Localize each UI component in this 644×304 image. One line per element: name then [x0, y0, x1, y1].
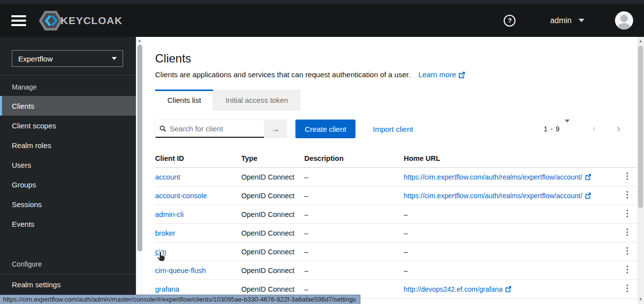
keycloak-logo: KEYCLOAK — [38, 9, 123, 32]
home-url-link[interactable]: https://cim.expertflow.com/auth/realms/e… — [404, 192, 591, 200]
table-row: admin-cli OpenID Connect – – — [155, 205, 637, 224]
import-client-link[interactable]: Import client — [373, 125, 413, 133]
user-name: admin — [550, 16, 572, 25]
realm-selector[interactable]: Expertflow — [12, 50, 123, 67]
column-header-client-id: Client ID — [155, 154, 241, 162]
client-link-broker[interactable]: broker — [155, 229, 175, 237]
avatar[interactable] — [615, 11, 633, 30]
table-row: cim-queue-flush OpenID Connect – – — [155, 261, 637, 280]
kebab-menu-button[interactable] — [625, 266, 629, 275]
home-url-text: http://devops242.ef.com/grafana — [404, 285, 503, 293]
kebab-icon — [626, 191, 628, 199]
client-link-admin-cli[interactable]: admin-cli — [155, 211, 184, 218]
home-url-text: – — [404, 248, 616, 256]
brand-text: KEYCLOAK — [61, 15, 123, 27]
pagination-range: 1 - 9 — [544, 125, 560, 133]
client-link-cim[interactable]: cim — [155, 248, 166, 256]
client-type: OpenID Connect — [241, 211, 304, 218]
help-icon[interactable]: ? — [504, 15, 515, 27]
scroll-down-icon[interactable]: ▼ — [637, 297, 644, 303]
home-url-link[interactable]: https://cim.expertflow.com/auth/realms/e… — [404, 173, 591, 181]
search-submit-button[interactable]: → — [264, 120, 287, 138]
kebab-icon — [626, 284, 628, 292]
scroll-up-icon[interactable]: ▲ — [136, 38, 143, 44]
home-url-text: – — [404, 267, 616, 274]
section-label-configure: Configure — [0, 252, 136, 273]
column-header-home-url: Home URL — [404, 154, 616, 162]
client-type: OpenID Connect — [241, 267, 304, 274]
learn-more-label: Learn more — [419, 70, 456, 79]
home-url-text: https://cim.expertflow.com/auth/realms/e… — [404, 173, 582, 181]
table-header-row: Client ID Type Description Home URL — [155, 149, 637, 168]
kebab-menu-button[interactable] — [625, 247, 629, 256]
kebab-icon — [626, 210, 628, 217]
main-content: Clients Clients are applications and ser… — [143, 37, 637, 304]
client-description: – — [304, 173, 404, 181]
pagination-options-toggle[interactable] — [560, 124, 570, 134]
scrollbar-thumb[interactable] — [137, 45, 142, 251]
sidebar-item-realm-roles[interactable]: Realm roles — [0, 135, 136, 155]
kebab-icon — [626, 228, 628, 236]
home-url-link[interactable]: http://devops242.ef.com/grafana — [404, 285, 512, 293]
clients-table: Client ID Type Description Home URL acco… — [143, 149, 637, 299]
user-menu[interactable]: admin — [550, 16, 584, 25]
external-link-icon — [585, 174, 591, 180]
sidebar-item-client-scopes[interactable]: Client scopes — [0, 116, 136, 135]
kebab-menu-button[interactable] — [625, 284, 629, 294]
home-url-text: – — [404, 229, 616, 237]
kebab-menu-button[interactable] — [625, 228, 629, 238]
masthead: KEYCLOAK ? admin — [0, 0, 644, 37]
tab-clients-list[interactable]: Clients list — [155, 90, 213, 111]
client-description: – — [304, 229, 404, 237]
external-link-icon — [505, 286, 512, 292]
home-url-text: https://cim.expertflow.com/auth/realms/e… — [404, 192, 582, 200]
table-row: cim OpenID Connect – – — [155, 243, 637, 261]
kebab-menu-button[interactable] — [625, 172, 629, 182]
hamburger-menu-icon[interactable] — [11, 15, 26, 26]
sidebar-item-users[interactable]: Users — [0, 155, 136, 175]
previous-page-button[interactable]: ‹ — [592, 124, 596, 134]
column-header-description: Description — [304, 154, 404, 162]
sidebar-item-groups[interactable]: Groups — [0, 175, 136, 194]
tab-initial-access-token[interactable]: Initial access token — [213, 90, 300, 111]
sidebar-item-realm-settings[interactable]: Realm settings — [0, 274, 136, 294]
kebab-menu-button[interactable] — [625, 191, 629, 200]
pagination: 1 - 9 ‹ › — [544, 124, 627, 134]
chevron-down-icon — [565, 120, 570, 135]
client-description: – — [304, 192, 404, 200]
external-link-icon — [458, 71, 465, 78]
client-description: – — [304, 248, 404, 256]
client-link-account[interactable]: account — [155, 173, 180, 181]
table-row: account OpenID Connect – https://cim.exp… — [155, 168, 637, 186]
client-link-cim-queue-flush[interactable]: cim-queue-flush — [155, 267, 206, 274]
scroll-up-icon[interactable]: ▲ — [637, 38, 644, 44]
external-link-icon — [585, 192, 591, 199]
kebab-icon — [626, 172, 628, 180]
client-type: OpenID Connect — [241, 192, 304, 200]
sidebar-scrollbar[interactable]: ▲ — [136, 37, 143, 304]
browser-status-bar: https://cim.expertflow.com/auth/admin/ma… — [0, 295, 360, 304]
main-scrollbar[interactable]: ▲ ▼ — [637, 37, 644, 304]
client-link-grafana[interactable]: grafana — [155, 285, 179, 293]
client-link-account-console[interactable]: account-console — [155, 192, 207, 200]
table-row: account-console OpenID Connect – https:/… — [155, 186, 637, 205]
client-description: – — [304, 211, 404, 218]
sidebar-item-events[interactable]: Events — [0, 214, 136, 234]
scrollbar-thumb[interactable] — [638, 46, 643, 208]
kebab-menu-button[interactable] — [625, 210, 629, 219]
client-description: – — [304, 267, 404, 274]
realm-name: Expertflow — [18, 55, 53, 63]
search-input[interactable] — [170, 124, 260, 133]
chevron-down-icon — [579, 19, 584, 22]
client-type: OpenID Connect — [241, 229, 304, 237]
sidebar: Expertflow Manage Clients Client scopes … — [0, 37, 136, 304]
create-client-button[interactable]: Create client — [295, 120, 355, 138]
next-page-button[interactable]: › — [617, 124, 620, 134]
page-title: Clients — [155, 52, 637, 65]
sidebar-item-clients[interactable]: Clients — [0, 96, 136, 116]
client-type: OpenID Connect — [241, 248, 304, 256]
sidebar-item-sessions[interactable]: Sessions — [0, 194, 136, 214]
toolbar: → Create client Import client 1 - 9 ‹ › — [155, 120, 637, 138]
learn-more-link[interactable]: Learn more — [419, 70, 466, 79]
client-type: OpenID Connect — [241, 173, 304, 181]
